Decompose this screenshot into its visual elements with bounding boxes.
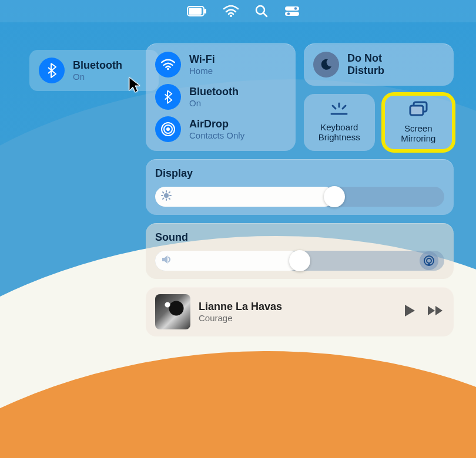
svg-line-26 xyxy=(169,198,170,199)
airdrop-title: AirDrop xyxy=(189,118,244,130)
sm-label-line2: Mirroring xyxy=(401,133,435,143)
svg-point-3 xyxy=(230,15,232,17)
svg-line-25 xyxy=(163,192,164,193)
display-slider-knob[interactable] xyxy=(324,186,345,207)
album-artwork xyxy=(155,294,190,329)
tooltip-text: Bluetooth On xyxy=(73,59,122,82)
do-not-disturb-card[interactable]: Do Not Disturb xyxy=(304,43,454,86)
svg-point-30 xyxy=(427,258,431,263)
airplay-audio-icon[interactable] xyxy=(420,251,438,270)
svg-point-7 xyxy=(294,7,297,9)
svg-line-17 xyxy=(343,106,346,109)
display-card: Display xyxy=(146,159,454,215)
kb-label-line2: Brightness xyxy=(319,132,360,142)
svg-line-28 xyxy=(169,192,170,193)
svg-rect-1 xyxy=(189,8,202,15)
volume-icon xyxy=(161,254,173,267)
airdrop-row[interactable]: AirDrop Contacts Only xyxy=(155,116,286,142)
cursor-pointer-icon xyxy=(128,76,141,95)
airdrop-icon xyxy=(155,116,181,142)
svg-point-11 xyxy=(166,127,170,131)
keyboard-brightness-button[interactable]: Keyboard Brightness xyxy=(304,94,375,151)
bluetooth-title: Bluetooth xyxy=(189,86,239,98)
display-label: Display xyxy=(155,167,444,180)
control-center-icon[interactable] xyxy=(284,6,300,16)
control-center-panel: Wi-Fi Home Bluetooth On AirDrop Contacts… xyxy=(138,35,462,345)
display-slider[interactable] xyxy=(155,187,444,207)
svg-point-20 xyxy=(164,193,169,198)
keyboard-brightness-icon xyxy=(329,102,349,117)
wifi-icon[interactable] xyxy=(223,5,239,17)
screen-mirroring-icon xyxy=(408,101,428,119)
sound-slider-knob[interactable] xyxy=(289,250,310,271)
sm-label-line1: Screen xyxy=(404,123,433,133)
brightness-icon xyxy=(161,190,172,203)
dnd-label-line1: Do Not xyxy=(347,52,384,65)
bluetooth-icon xyxy=(39,58,65,83)
moon-icon xyxy=(313,52,339,78)
airdrop-status: Contacts Only xyxy=(189,130,244,140)
now-playing-subtitle: Courage xyxy=(199,313,282,323)
svg-rect-2 xyxy=(205,9,206,14)
next-button[interactable] xyxy=(427,305,444,319)
tooltip-status: On xyxy=(73,72,122,82)
svg-rect-19 xyxy=(410,106,423,115)
dnd-label-line2: Disturb xyxy=(347,65,384,77)
svg-line-16 xyxy=(333,106,336,109)
play-button[interactable] xyxy=(403,304,416,320)
battery-icon[interactable] xyxy=(187,6,207,16)
bluetooth-status: On xyxy=(189,98,239,108)
sound-card: Sound xyxy=(146,223,454,279)
svg-rect-6 xyxy=(285,6,299,11)
sound-label: Sound xyxy=(155,231,444,244)
screen-mirroring-button[interactable]: Screen Mirroring xyxy=(383,94,454,151)
mini-controls: Keyboard Brightness Screen Mirroring xyxy=(304,94,454,151)
svg-point-9 xyxy=(287,12,290,15)
kb-label-line1: Keyboard xyxy=(320,122,358,132)
wifi-icon xyxy=(155,52,181,78)
svg-point-10 xyxy=(167,68,169,70)
wifi-row[interactable]: Wi-Fi Home xyxy=(155,52,286,78)
sound-slider[interactable] xyxy=(155,251,444,271)
bluetooth-row[interactable]: Bluetooth On xyxy=(155,84,286,110)
svg-line-27 xyxy=(163,198,164,199)
now-playing-card[interactable]: Lianne La Havas Courage xyxy=(146,287,454,336)
svg-line-5 xyxy=(263,13,267,16)
bluetooth-icon xyxy=(155,84,181,110)
wifi-title: Wi-Fi xyxy=(189,53,215,66)
network-card: Wi-Fi Home Bluetooth On AirDrop Contacts… xyxy=(146,43,296,151)
spotlight-icon[interactable] xyxy=(255,5,268,18)
now-playing-title: Lianne La Havas xyxy=(199,301,282,313)
wifi-status: Home xyxy=(189,66,215,76)
svg-rect-8 xyxy=(285,12,299,16)
menu-bar xyxy=(0,0,476,22)
tooltip-title: Bluetooth xyxy=(73,59,122,72)
